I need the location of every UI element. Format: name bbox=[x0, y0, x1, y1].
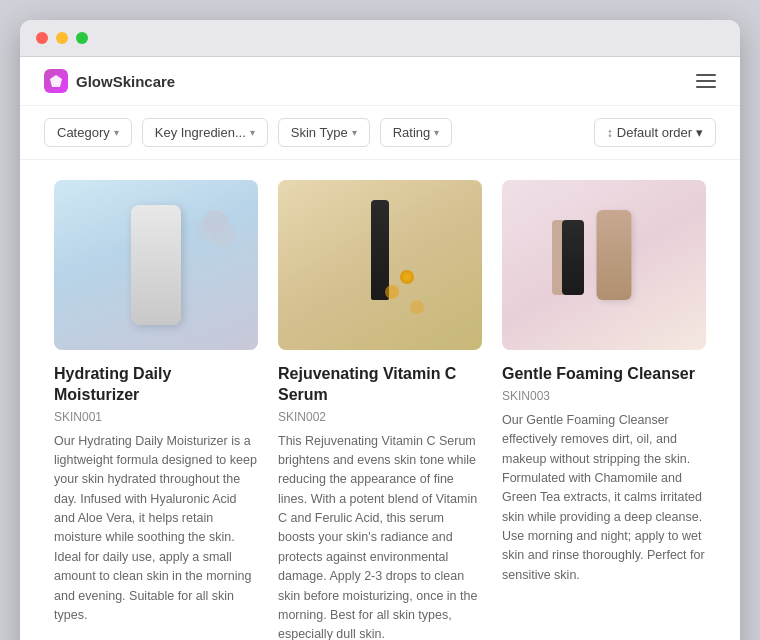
chevron-down-icon: ▾ bbox=[696, 125, 703, 140]
filters-bar: Category ▾ Key Ingredien... ▾ Skin Type … bbox=[20, 106, 740, 160]
logo-area: GlowSkincare bbox=[44, 69, 175, 93]
category-label: Category bbox=[57, 125, 110, 140]
products-grid: Hydrating Daily Moisturizer SKIN001 Our … bbox=[20, 160, 740, 640]
product-card: Gentle Foaming Cleanser SKIN003 Our Gent… bbox=[492, 180, 716, 640]
product-image bbox=[54, 180, 258, 350]
app-title: GlowSkincare bbox=[76, 73, 175, 90]
close-dot[interactable] bbox=[36, 32, 48, 44]
sort-icon: ↕ bbox=[607, 126, 613, 140]
product-sku: SKIN002 bbox=[278, 410, 482, 424]
product-sku: SKIN001 bbox=[54, 410, 258, 424]
browser-content: GlowSkincare Category ▾ Key Ingredien...… bbox=[20, 57, 740, 640]
product-name: Gentle Foaming Cleanser bbox=[502, 364, 706, 385]
browser-window: GlowSkincare Category ▾ Key Ingredien...… bbox=[20, 20, 740, 640]
chevron-down-icon: ▾ bbox=[434, 127, 439, 138]
chevron-down-icon: ▾ bbox=[352, 127, 357, 138]
top-nav: GlowSkincare bbox=[20, 57, 740, 106]
chevron-down-icon: ▾ bbox=[250, 127, 255, 138]
product-image bbox=[502, 180, 706, 350]
product-card: Hydrating Daily Moisturizer SKIN001 Our … bbox=[44, 180, 268, 640]
ingredient-filter[interactable]: Key Ingredien... ▾ bbox=[142, 118, 268, 147]
minimize-dot[interactable] bbox=[56, 32, 68, 44]
product-name: Hydrating Daily Moisturizer bbox=[54, 364, 258, 406]
sort-dropdown[interactable]: ↕ Default order ▾ bbox=[594, 118, 716, 147]
product-image bbox=[278, 180, 482, 350]
ingredient-label: Key Ingredien... bbox=[155, 125, 246, 140]
skin-type-label: Skin Type bbox=[291, 125, 348, 140]
gem-icon bbox=[49, 74, 63, 88]
maximize-dot[interactable] bbox=[76, 32, 88, 44]
hamburger-menu[interactable] bbox=[696, 74, 716, 88]
category-filter[interactable]: Category ▾ bbox=[44, 118, 132, 147]
product-card: Rejuvenating Vitamin C Serum SKIN002 Thi… bbox=[268, 180, 492, 640]
sort-label: Default order bbox=[617, 125, 692, 140]
chevron-down-icon: ▾ bbox=[114, 127, 119, 138]
product-name: Rejuvenating Vitamin C Serum bbox=[278, 364, 482, 406]
product-description: Our Gentle Foaming Cleanser effectively … bbox=[502, 411, 706, 640]
logo-icon bbox=[44, 69, 68, 93]
rating-label: Rating bbox=[393, 125, 431, 140]
product-description: Our Hydrating Daily Moisturizer is a lig… bbox=[54, 432, 258, 640]
svg-marker-0 bbox=[50, 75, 62, 87]
browser-titlebar bbox=[20, 20, 740, 57]
product-sku: SKIN003 bbox=[502, 389, 706, 403]
product-description: This Rejuvenating Vitamin C Serum bright… bbox=[278, 432, 482, 640]
rating-filter[interactable]: Rating ▾ bbox=[380, 118, 453, 147]
skin-type-filter[interactable]: Skin Type ▾ bbox=[278, 118, 370, 147]
